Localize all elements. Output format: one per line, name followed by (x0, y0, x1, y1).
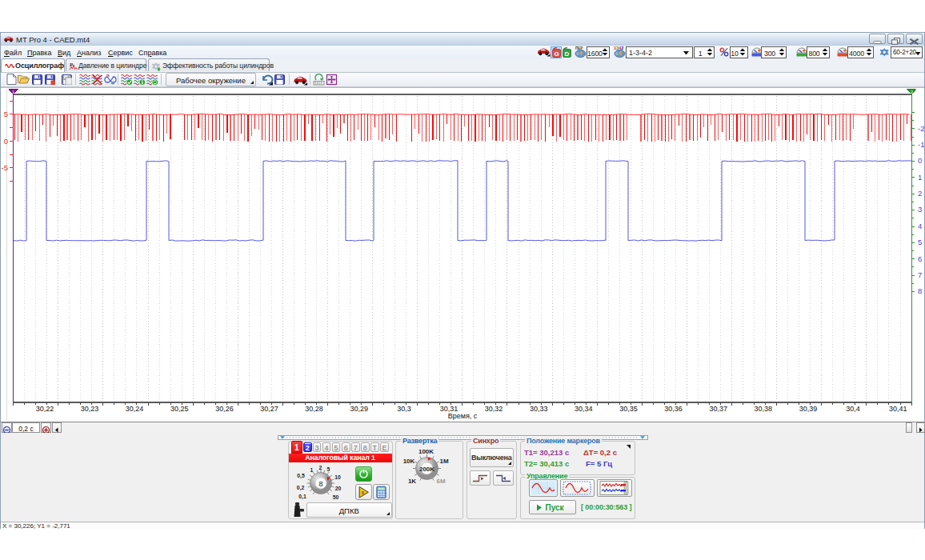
svg-text:6: 6 (918, 254, 922, 263)
svg-text:30,37: 30,37 (709, 405, 727, 413)
svg-text:4: 4 (918, 222, 922, 230)
svg-text:-5: -5 (2, 163, 8, 172)
svg-text:30,24: 30,24 (126, 405, 144, 413)
svg-text:8: 8 (918, 286, 922, 295)
svg-text:30,26: 30,26 (215, 405, 234, 413)
svg-text:5: 5 (918, 238, 922, 246)
svg-text:2: 2 (918, 189, 922, 198)
svg-text:G: G (554, 50, 559, 57)
svg-text:30,39: 30,39 (799, 405, 818, 413)
svg-text:30,32: 30,32 (485, 405, 503, 413)
svg-text:30,27: 30,27 (260, 405, 278, 413)
svg-text:30,31: 30,31 (440, 405, 458, 413)
svg-text:30,23: 30,23 (81, 405, 99, 413)
svg-text:30,4: 30,4 (846, 405, 860, 413)
svg-text:-2: -2 (918, 124, 924, 133)
svg-text:30,3: 30,3 (397, 405, 411, 413)
svg-text:3: 3 (918, 205, 922, 214)
svg-text:30,29: 30,29 (350, 405, 368, 413)
svg-text:30,33: 30,33 (530, 405, 548, 413)
svg-text:-1: -1 (918, 140, 924, 149)
svg-text:0: 0 (918, 156, 922, 165)
svg-text:D: D (565, 50, 570, 57)
svg-text:1: 1 (918, 173, 922, 182)
svg-text:30,41: 30,41 (889, 405, 907, 413)
svg-text:5: 5 (4, 110, 8, 118)
svg-text:30,36: 30,36 (664, 405, 683, 413)
svg-text:x: x (361, 490, 364, 495)
svg-text:8: 8 (318, 479, 322, 487)
svg-text:0: 0 (4, 137, 8, 146)
svg-text:30,35: 30,35 (619, 405, 638, 413)
svg-text:Время, с: Время, с (448, 412, 478, 420)
svg-text:30,28: 30,28 (305, 405, 323, 413)
svg-text:7: 7 (918, 270, 922, 279)
svg-text:30,22: 30,22 (36, 405, 54, 413)
svg-text:30,34: 30,34 (575, 405, 593, 413)
svg-text:30,38: 30,38 (755, 405, 773, 413)
svg-text:30,25: 30,25 (170, 405, 189, 413)
